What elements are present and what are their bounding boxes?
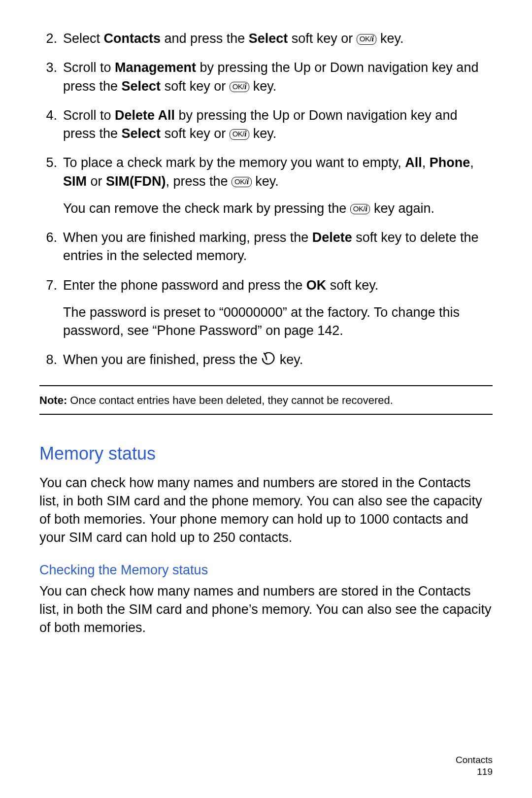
- bold-text: Select: [122, 126, 161, 141]
- step-body: Scroll to Management by pressing the Up …: [63, 59, 493, 96]
- step-number: 5.: [39, 154, 63, 172]
- step-number: 4.: [39, 106, 63, 125]
- text-run: You can remove the check mark by pressin…: [63, 201, 350, 216]
- end-call-key-icon: [261, 352, 276, 370]
- note-text: Note: Once contact entries have been del…: [39, 393, 493, 408]
- step-item: 2.Select Contacts and press the Select s…: [39, 30, 493, 48]
- text-run: key.: [376, 31, 403, 46]
- text-run: key.: [252, 174, 279, 189]
- text-run: key.: [249, 79, 276, 94]
- bold-text: All: [405, 155, 422, 170]
- step-paragraph: You can remove the check mark by pressin…: [63, 200, 493, 218]
- page-content: 2.Select Contacts and press the Select s…: [39, 30, 493, 637]
- bold-text: SIM: [63, 174, 87, 189]
- text-run: Scroll to: [63, 108, 115, 123]
- text-run: Enter the phone password and press the: [63, 278, 306, 293]
- step-paragraph: When you are finished, press the key.: [63, 351, 493, 369]
- step-item: 8.When you are finished, press the key.: [39, 351, 493, 369]
- text-run: and press the: [161, 31, 249, 46]
- text-run: or: [87, 174, 106, 189]
- step-body: When you are finished, press the key.: [63, 351, 493, 369]
- footer-section-name: Contacts: [456, 754, 493, 766]
- text-run: key.: [249, 126, 276, 141]
- subsection-paragraph: You can check how many names and numbers…: [39, 582, 493, 637]
- steps-list: 2.Select Contacts and press the Select s…: [39, 30, 493, 369]
- step-paragraph: Scroll to Management by pressing the Up …: [63, 59, 493, 96]
- subsection-heading: Checking the Memory status: [39, 561, 493, 579]
- text-run: To place a check mark by the memory you …: [63, 155, 405, 170]
- bold-text: Contacts: [104, 31, 161, 46]
- step-number: 8.: [39, 351, 63, 369]
- text-run: , press the: [166, 174, 232, 189]
- bold-text: Phone: [430, 155, 470, 170]
- step-number: 6.: [39, 229, 63, 247]
- ok-key-icon: OK/i: [357, 34, 377, 45]
- page-footer: Contacts 119: [456, 754, 493, 778]
- step-item: 4.Scroll to Delete All by pressing the U…: [39, 106, 493, 143]
- text-run: soft key or: [288, 31, 357, 46]
- note-label: Note:: [39, 394, 67, 406]
- step-item: 7.Enter the phone password and press the…: [39, 276, 493, 340]
- text-run: The password is preset to “00000000” at …: [63, 305, 460, 338]
- note-divider-top: [39, 385, 493, 386]
- step-paragraph: Scroll to Delete All by pressing the Up …: [63, 106, 493, 143]
- step-body: When you are finished marking, press the…: [63, 229, 493, 266]
- ok-key-icon: OK/i: [230, 82, 250, 93]
- step-item: 6.When you are finished marking, press t…: [39, 229, 493, 266]
- step-body: Enter the phone password and press the O…: [63, 276, 493, 340]
- step-number: 3.: [39, 59, 63, 77]
- step-body: To place a check mark by the memory you …: [63, 154, 493, 218]
- text-run: key.: [276, 352, 303, 367]
- bold-text: Delete: [312, 230, 352, 245]
- text-run: When you are finished marking, press the: [63, 230, 312, 245]
- text-run: When you are finished, press the: [63, 352, 261, 367]
- note-divider-bottom: [39, 414, 493, 415]
- step-paragraph: The password is preset to “00000000” at …: [63, 303, 493, 340]
- bold-text: SIM(FDN): [106, 174, 166, 189]
- section-heading: Memory status: [39, 441, 493, 466]
- step-body: Scroll to Delete All by pressing the Up …: [63, 106, 493, 143]
- text-run: Scroll to: [63, 60, 115, 75]
- step-number: 7.: [39, 276, 63, 295]
- section-paragraph: You can check how many names and numbers…: [39, 474, 493, 547]
- ok-key-icon: OK/i: [232, 177, 252, 188]
- text-run: soft key.: [326, 278, 378, 293]
- footer-page-number: 119: [456, 766, 493, 778]
- bold-text: Select: [249, 31, 288, 46]
- bold-text: Delete All: [115, 108, 175, 123]
- step-body: Select Contacts and press the Select sof…: [63, 30, 493, 48]
- bold-text: Management: [115, 60, 196, 75]
- text-run: soft key or: [161, 79, 230, 94]
- text-run: key again.: [370, 201, 434, 216]
- text-run: soft key or: [161, 126, 230, 141]
- text-run: ,: [422, 155, 430, 170]
- bold-text: OK: [306, 278, 327, 293]
- ok-key-icon: OK/i: [230, 129, 250, 140]
- text-run: ,: [470, 155, 474, 170]
- ok-key-icon: OK/i: [350, 204, 370, 215]
- step-paragraph: Select Contacts and press the Select sof…: [63, 30, 493, 48]
- text-run: Select: [63, 31, 104, 46]
- step-paragraph: To place a check mark by the memory you …: [63, 154, 493, 191]
- step-paragraph: Enter the phone password and press the O…: [63, 276, 493, 295]
- step-paragraph: When you are finished marking, press the…: [63, 229, 493, 266]
- step-item: 5.To place a check mark by the memory yo…: [39, 154, 493, 218]
- bold-text: Select: [122, 79, 161, 94]
- note-body: Once contact entries have been deleted, …: [67, 394, 393, 406]
- step-item: 3.Scroll to Management by pressing the U…: [39, 59, 493, 96]
- step-number: 2.: [39, 30, 63, 48]
